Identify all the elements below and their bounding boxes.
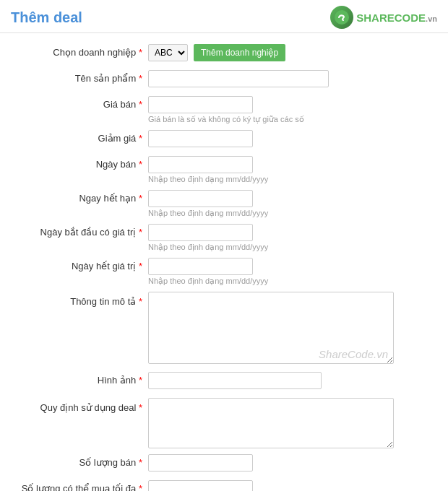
page-title: Thêm deal [11,9,82,26]
input-so-luong-ban[interactable] [148,454,253,472]
btn-them-doanh-nghiep[interactable]: Thêm doanh nghiệp [194,44,285,61]
field-ngay-het-gia-tri: Nhập theo định dạng mm/dd/yyyy [148,258,434,286]
label-ten-san-pham: Tên sản phẩm * [14,70,148,84]
input-ten-san-pham[interactable] [148,70,329,87]
hint-ngay-het-gia-tri: Nhập theo định dạng mm/dd/yyyy [148,277,434,286]
row-gia-ban: Giá bán * Giá bán là số và không có ký t… [14,96,434,124]
label-hinh-anh: Hình ảnh * [14,372,148,386]
field-chon-doanh-nghiep: ABC Thêm doanh nghiệp [148,44,434,61]
field-quy-dinh [148,398,434,448]
field-ngay-bat-dau: Nhập theo định dạng mm/dd/yyyy [148,224,434,252]
field-gia-ban: Giá bán là số và không có ký tự giữa các… [148,96,434,124]
logo-area: SHARECODE.vn [330,6,437,29]
field-so-luong-ban [148,454,434,472]
textarea-quy-dinh[interactable] [148,398,394,448]
logo-text: SHARECODE.vn [356,12,437,24]
hint-gia-ban: Giá bán là số và không có ký tự giữa các… [148,115,434,124]
thong-tin-mo-ta-container: ShareCode.vn [148,292,394,366]
hint-ngay-ban: Nhập theo định dạng mm/dd/yyyy [148,175,434,184]
input-ngay-het-han[interactable] [148,190,253,207]
form-container: Chọn doanh nghiệp * ABC Thêm doanh nghiệ… [0,40,448,491]
input-gia-ban[interactable] [148,96,253,113]
field-thong-tin-mo-ta: ShareCode.vn [148,292,434,366]
label-quy-dinh: Quy định sử dụng deal * [14,398,148,413]
input-giam-gia[interactable] [148,130,253,147]
row-ngay-ban: Ngày bán * Nhập theo định dạng mm/dd/yyy… [14,156,434,184]
logo-icon [330,6,353,29]
input-hinh-anh[interactable] [148,372,322,389]
label-ngay-het-han: Ngay hết hạn * [14,190,148,204]
required-star: * [139,47,142,58]
label-ngay-bat-dau: Ngày bắt đầu có giá trị * [14,224,148,238]
row-ngay-het-gia-tri: Ngày hết giá trị * Nhập theo định dạng m… [14,258,434,286]
field-so-luong-mua [148,480,434,491]
label-so-luong-ban: Số lượng bán * [14,454,148,468]
label-so-luong-mua: Số lượng có thể mua tối đa * [14,480,148,491]
row-so-luong-mua: Số lượng có thể mua tối đa * [14,480,434,491]
row-hinh-anh: Hình ảnh * [14,372,434,392]
select-doanh-nghiep[interactable]: ABC [148,44,188,61]
label-giam-gia: Giảm giá * [14,130,148,144]
row-ten-san-pham: Tên sản phẩm * [14,70,434,90]
row-thong-tin-mo-ta: Thông tin mô tả * ShareCode.vn [14,292,434,366]
hint-ngay-bat-dau: Nhập theo định dạng mm/dd/yyyy [148,243,434,252]
label-chon-doanh-nghiep: Chọn doanh nghiệp * [14,44,148,58]
label-ngay-het-gia-tri: Ngày hết giá trị * [14,258,148,271]
field-hinh-anh [148,372,434,389]
input-ngay-het-gia-tri[interactable] [148,258,253,275]
field-ngay-ban: Nhập theo định dạng mm/dd/yyyy [148,156,434,184]
row-quy-dinh: Quy định sử dụng deal * [14,398,434,448]
hint-ngay-het-han: Nhập theo định dạng mm/dd/yyyy [148,209,434,218]
doanh-nghiep-row: ABC Thêm doanh nghiệp [148,44,434,61]
logo-brand: SHARECODE [356,12,426,24]
row-chon-doanh-nghiep: Chọn doanh nghiệp * ABC Thêm doanh nghiệ… [14,44,434,64]
label-thong-tin-mo-ta: Thông tin mô tả * [14,292,148,307]
input-ngay-bat-dau[interactable] [148,224,253,241]
label-gia-ban: Giá bán * [14,96,148,110]
textarea-thong-tin-mo-ta[interactable] [148,292,394,364]
row-so-luong-ban: Số lượng bán * [14,454,434,474]
row-ngay-het-han: Ngay hết hạn * Nhập theo định dạng mm/dd… [14,190,434,218]
svg-point-0 [335,10,349,25]
row-ngay-bat-dau: Ngày bắt đầu có giá trị * Nhập theo định… [14,224,434,252]
logo-tld: .vn [426,14,437,23]
input-ngay-ban[interactable] [148,156,253,173]
input-so-luong-mua[interactable] [148,480,253,491]
label-ngay-ban: Ngày bán * [14,156,148,170]
field-ten-san-pham [148,70,434,87]
row-giam-gia: Giảm giá * [14,130,434,150]
field-ngay-het-han: Nhập theo định dạng mm/dd/yyyy [148,190,434,218]
field-giam-gia [148,130,434,147]
